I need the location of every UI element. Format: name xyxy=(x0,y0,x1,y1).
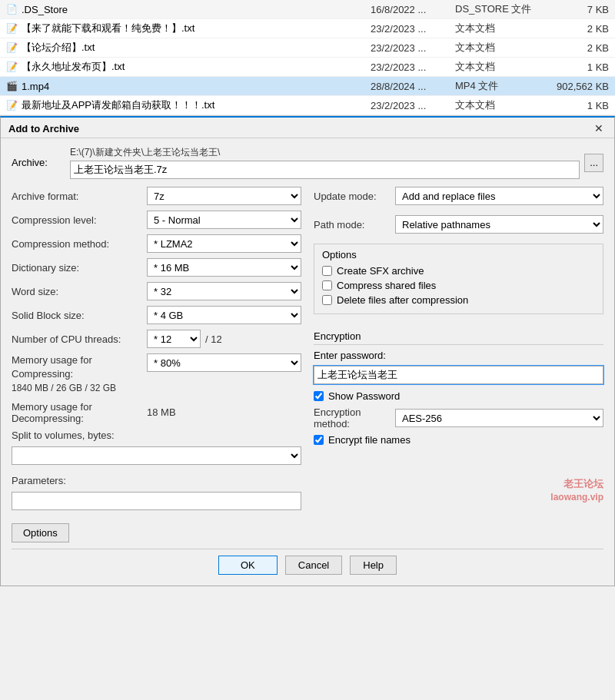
compression-level-row: Compression level: 0 - Store1 - Fastest3… xyxy=(12,211,301,229)
file-type: 文本文档 xyxy=(455,60,540,74)
compression-level-select[interactable]: 0 - Store1 - Fastest3 - Fast5 - Normal7 … xyxy=(147,211,301,229)
file-icon: 🎬 xyxy=(6,81,22,91)
password-label-row: Enter password: xyxy=(314,350,603,361)
file-size: 2 KB xyxy=(540,42,609,54)
encryption-title: Encryption xyxy=(314,330,603,345)
dialog-titlebar: Add to Archive ✕ xyxy=(1,118,614,138)
dialog-close-button[interactable]: ✕ xyxy=(591,122,607,134)
compress-shared-row: Compress shared files xyxy=(322,280,595,291)
watermark: 老王论坛 laowang.vip xyxy=(314,477,603,504)
delete-files-label: Delete files after compression xyxy=(337,294,468,306)
memory-compress-label: Memory usage for Compressing: 1840 MB / … xyxy=(12,353,142,396)
solid-block-row: Solid Block size: * 4 GB2 GB1 GBOff xyxy=(12,306,301,324)
encrypt-filenames-row: Encrypt file names xyxy=(314,434,603,446)
file-icon: 📄 xyxy=(6,4,22,15)
archive-format-label: Archive format: xyxy=(12,191,142,202)
file-type: 文本文档 xyxy=(455,98,540,112)
memory-compress-select[interactable]: * 80%60%40%20% xyxy=(147,353,301,372)
file-row[interactable]: 🎬 1.mp4 28/8/2024 ... MP4 文件 902,562 KB xyxy=(0,77,615,96)
archive-row: Archive: E:\(7)\新建文件夹\上老王论坛当老王\ ... xyxy=(12,146,603,179)
file-type: DS_STORE 文件 xyxy=(455,2,540,16)
options-button[interactable]: Options xyxy=(12,523,69,542)
show-password-checkbox[interactable] xyxy=(314,391,324,401)
file-icon: 📝 xyxy=(6,61,22,72)
update-mode-select[interactable]: Add and replace filesUpdate and add file… xyxy=(395,187,603,205)
path-hint: E:\(7)\新建文件夹\上老王论坛当老王\ xyxy=(70,146,580,159)
cpu-threads-total: / 12 xyxy=(205,333,222,345)
file-type: 文本文档 xyxy=(455,41,540,55)
dictionary-size-row: Dictionary size: * 16 MB32 MB64 MB128 MB xyxy=(12,258,301,277)
path-mode-row: Path mode: Relative pathnamesFull pathna… xyxy=(314,215,603,234)
create-sfx-checkbox[interactable] xyxy=(322,266,332,276)
encrypt-filenames-checkbox[interactable] xyxy=(314,435,324,445)
options-button-row: Options xyxy=(12,523,301,542)
watermark-line2: laowang.vip xyxy=(314,491,603,504)
file-size: 1 KB xyxy=(540,100,609,111)
archive-label: Archive: xyxy=(12,157,65,168)
delete-files-checkbox[interactable] xyxy=(322,295,332,305)
parameters-input[interactable] xyxy=(12,492,301,510)
help-button[interactable]: Help xyxy=(350,556,397,575)
file-type: MP4 文件 xyxy=(455,79,540,93)
file-name: 1.mp4 xyxy=(22,81,371,92)
file-name: 【永久地址发布页】.txt xyxy=(22,60,371,74)
show-password-label: Show Password xyxy=(328,390,400,402)
file-date: 23/2/2023 ... xyxy=(371,42,455,54)
encryption-method-select[interactable]: AES-256 xyxy=(395,409,603,427)
path-mode-label: Path mode: xyxy=(314,219,391,231)
ok-button[interactable]: OK xyxy=(218,556,278,575)
encryption-method-label: Encryption method: xyxy=(314,406,391,430)
dialog-title: Add to Archive xyxy=(8,123,79,134)
file-type: 文本文档 xyxy=(455,22,540,35)
update-mode-label: Update mode: xyxy=(314,191,391,202)
compression-method-label: Compression method: xyxy=(12,238,142,250)
cpu-threads-select[interactable]: * 1* 2* 4* 8* 12 xyxy=(147,330,201,348)
memory-compress-row: Memory usage for Compressing: 1840 MB / … xyxy=(12,353,301,396)
file-row[interactable]: 📝 最新地址及APP请发邮箱自动获取！！！.txt 23/2/2023 ... … xyxy=(0,96,615,115)
browse-button[interactable]: ... xyxy=(584,154,603,172)
parameters-input-row xyxy=(12,492,301,510)
file-icon: 📝 xyxy=(6,23,22,34)
archive-format-row: Archive format: 7zziptarwim xyxy=(12,187,301,205)
cancel-button[interactable]: Cancel xyxy=(285,556,342,575)
dialog-body: Archive: E:\(7)\新建文件夹\上老王论坛当老王\ ... Arch… xyxy=(1,138,614,586)
archive-name-input[interactable] xyxy=(70,161,580,179)
word-size-label: Word size: xyxy=(12,286,142,297)
encryption-section: Encryption Enter password: Show Password… xyxy=(314,330,603,449)
parameters-label: Parameters: xyxy=(12,475,142,486)
split-volumes-row: Split to volumes, bytes: xyxy=(12,430,301,441)
file-row[interactable]: 📝 【来了就能下载和观看！纯免费！】.txt 23/2/2023 ... 文本文… xyxy=(0,19,615,38)
file-row[interactable]: 📝 【永久地址发布页】.txt 23/2/2023 ... 文本文档 1 KB xyxy=(0,58,615,77)
file-size: 1 KB xyxy=(540,61,609,73)
password-input[interactable] xyxy=(314,366,603,384)
password-label: Enter password: xyxy=(314,350,386,361)
compression-level-label: Compression level: xyxy=(12,214,142,226)
file-date: 23/2/2023 ... xyxy=(371,61,455,73)
word-size-row: Word size: * 3264128 xyxy=(12,282,301,300)
dictionary-size-select[interactable]: * 16 MB32 MB64 MB128 MB xyxy=(147,258,301,277)
archive-format-select[interactable]: 7zziptarwim xyxy=(147,187,301,205)
compression-method-select[interactable]: * LZMA2LZMABZip2PPMd xyxy=(147,234,301,253)
split-volumes-select[interactable] xyxy=(12,446,301,465)
watermark-line1: 老王论坛 xyxy=(314,477,603,491)
file-date: 23/2/2023 ... xyxy=(371,100,455,111)
file-size: 2 KB xyxy=(540,23,609,35)
create-sfx-row: Create SFX archive xyxy=(322,265,595,277)
archive-path-block: E:\(7)\新建文件夹\上老王论坛当老王\ xyxy=(70,146,580,179)
memory-decompress-label: Memory usage for Decompressing: xyxy=(12,401,142,424)
cpu-threads-control: * 1* 2* 4* 8* 12 / 12 xyxy=(147,330,301,348)
file-size: 7 KB xyxy=(540,4,609,15)
path-mode-select[interactable]: Relative pathnamesFull pathnamesAbsolute… xyxy=(395,215,603,234)
compress-shared-checkbox[interactable] xyxy=(322,280,332,290)
word-size-select[interactable]: * 3264128 xyxy=(147,282,301,300)
encryption-method-row: Encryption method: AES-256 xyxy=(314,406,603,430)
compression-method-row: Compression method: * LZMA2LZMABZip2PPMd xyxy=(12,234,301,253)
memory-decompress-row: Memory usage for Decompressing: 18 MB xyxy=(12,401,301,424)
solid-block-select[interactable]: * 4 GB2 GB1 GBOff xyxy=(147,306,301,324)
update-mode-row: Update mode: Add and replace filesUpdate… xyxy=(314,187,603,205)
file-row[interactable]: 📄 .DS_Store 16/8/2022 ... DS_STORE 文件 7 … xyxy=(0,0,615,19)
file-row[interactable]: 📝 【论坛介绍】.txt 23/2/2023 ... 文本文档 2 KB xyxy=(0,38,615,58)
file-date: 28/8/2024 ... xyxy=(371,81,455,92)
encrypt-filenames-label: Encrypt file names xyxy=(328,434,411,446)
add-to-archive-dialog: Add to Archive ✕ Archive: E:\(7)\新建文件夹\上… xyxy=(0,116,615,586)
